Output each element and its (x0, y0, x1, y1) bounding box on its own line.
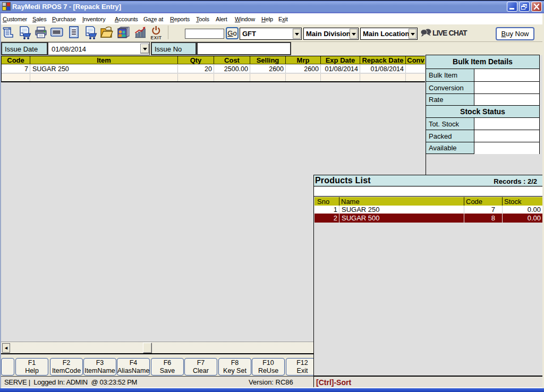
svg-text:EXIT: EXIT (151, 35, 162, 40)
